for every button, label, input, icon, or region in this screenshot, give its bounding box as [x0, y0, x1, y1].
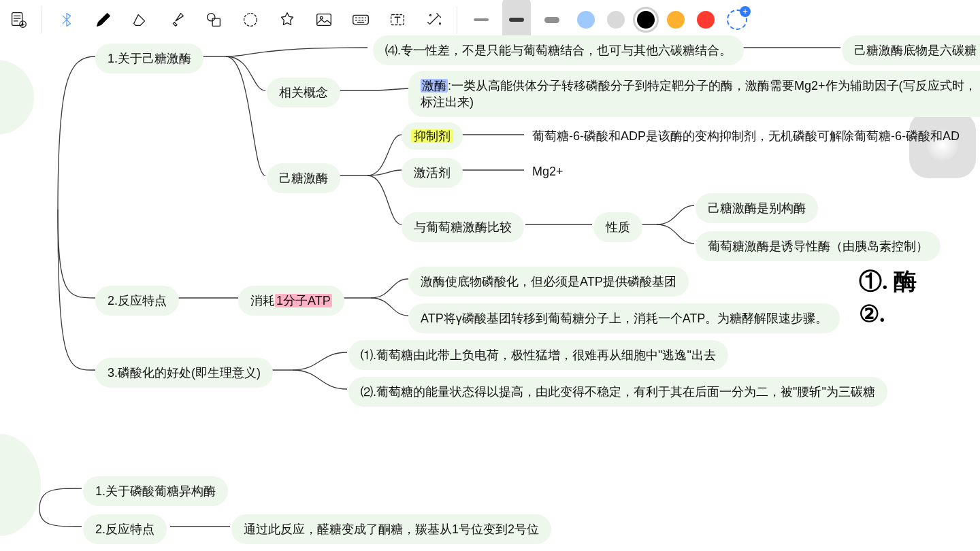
lasso-icon[interactable] [232, 1, 269, 38]
pen-icon[interactable] [85, 1, 122, 38]
color-picker [577, 10, 747, 30]
node-property-1[interactable]: 己糖激酶是别构酶 [696, 193, 818, 223]
node-n4a[interactable]: ⑷.专一性差，不是只能与葡萄糖结合，也可与其他六碳糖结合。 [373, 35, 744, 65]
node-property-2[interactable]: 葡萄糖激酶是诱导性酶（由胰岛素控制） [696, 231, 941, 261]
svg-point-6 [320, 16, 323, 19]
highlighter-icon[interactable] [159, 1, 195, 38]
node-related-concept[interactable]: 相关概念 [267, 78, 340, 107]
highlight-atp: 1分子ATP [275, 294, 332, 307]
node-related-concept-text[interactable]: 激酶:一类从高能供体分子转移磷酸分子到特定靶分子的酶，激酶需要Mg2+作为辅助因… [408, 71, 980, 117]
magic-icon[interactable] [416, 1, 453, 38]
bluetooth-icon[interactable] [48, 1, 85, 38]
node-n4b[interactable]: 己糖激酶底物是六碳糖： [842, 35, 980, 65]
highlight-inhibitor: 抑制剂 [411, 129, 453, 143]
keyboard-icon[interactable] [342, 1, 379, 38]
node-m2[interactable]: 2.反应特点 [83, 514, 167, 544]
color-grey[interactable] [607, 11, 625, 29]
node-n1[interactable]: 1.关于己糖激酶 [95, 44, 203, 73]
handwriting-1: ①. 酶 [859, 268, 917, 296]
node-activator[interactable]: 激活剂 [402, 158, 463, 188]
color-lightblue[interactable] [577, 11, 595, 29]
svg-point-10 [440, 23, 441, 24]
node-consume[interactable]: 消耗1分子ATP [238, 286, 344, 316]
eraser-icon[interactable] [122, 1, 159, 38]
add-note-icon[interactable] [0, 1, 37, 38]
color-red[interactable] [697, 11, 715, 29]
text: :一类从高能供体分子转移磷酸分子到特定靶分子的酶，激酶需要Mg2+作为辅助因子(… [421, 79, 977, 109]
stroke-thin[interactable] [474, 1, 489, 38]
color-black[interactable] [637, 11, 655, 29]
image-icon[interactable] [306, 1, 342, 38]
color-add[interactable] [727, 10, 747, 30]
node-compare[interactable]: 与葡萄糖激酶比较 [402, 212, 524, 242]
node-m2-text[interactable]: 通过此反应，醛糖变成了酮糖，羰基从1号位变到2号位 [231, 514, 551, 544]
node-m1[interactable]: 1.关于磷酸葡糖异构酶 [83, 476, 228, 506]
svg-rect-7 [353, 15, 369, 24]
node-n3b[interactable]: ⑵.葡萄糖的能量状态得以提高，由此变得不稳定，有利于其在后面一分为二，被"腰斩"… [348, 377, 887, 407]
node-n3[interactable]: 3.磷酸化的好处(即生理意义) [95, 358, 273, 388]
svg-point-2 [208, 14, 215, 21]
bookmark-icon[interactable] [269, 1, 306, 38]
node-n3a[interactable]: ⑴.葡萄糖由此带上负电荷，极性猛增，很难再从细胞中"逃逸"出去 [348, 340, 728, 370]
node-property[interactable]: 性质 [593, 212, 642, 242]
handwriting-2: ②. [859, 301, 885, 329]
svg-rect-0 [12, 13, 22, 26]
node-n2[interactable]: 2.反应特点 [95, 286, 179, 316]
svg-point-4 [244, 14, 257, 27]
node-hexokinase[interactable]: 己糖激酶 [267, 163, 340, 193]
toolbar [0, 0, 980, 39]
text-icon[interactable] [379, 1, 416, 38]
text: 消耗 [250, 294, 275, 307]
svg-rect-5 [317, 14, 331, 26]
svg-point-9 [429, 15, 431, 16]
node-inhibitor[interactable]: 抑制剂 [402, 122, 463, 150]
node-consume-1[interactable]: 激酶使底物磷酸化，但必须是ATP提供磷酸基团 [408, 267, 689, 297]
highlight-kinase: 激酶 [421, 79, 448, 93]
node-activator-text[interactable]: Mg2+ [528, 162, 568, 182]
node-inhibitor-text[interactable]: 葡萄糖-6-磷酸和ADP是该酶的变构抑制剂，无机磷酸可解除葡萄糖-6-磷酸和AD [528, 125, 964, 147]
shapes-icon[interactable] [195, 1, 232, 38]
stroke-thick[interactable] [544, 1, 559, 38]
node-consume-2[interactable]: ATP将γ磷酸基团转移到葡萄糖分子上，消耗一个ATP。为糖酵解限速步骤。 [408, 303, 840, 333]
color-orange[interactable] [667, 11, 685, 29]
mindmap-canvas[interactable]: 1.关于己糖激酶 ⑷.专一性差，不是只能与葡萄糖结合，也可与其他六碳糖结合。 己… [0, 39, 980, 551]
